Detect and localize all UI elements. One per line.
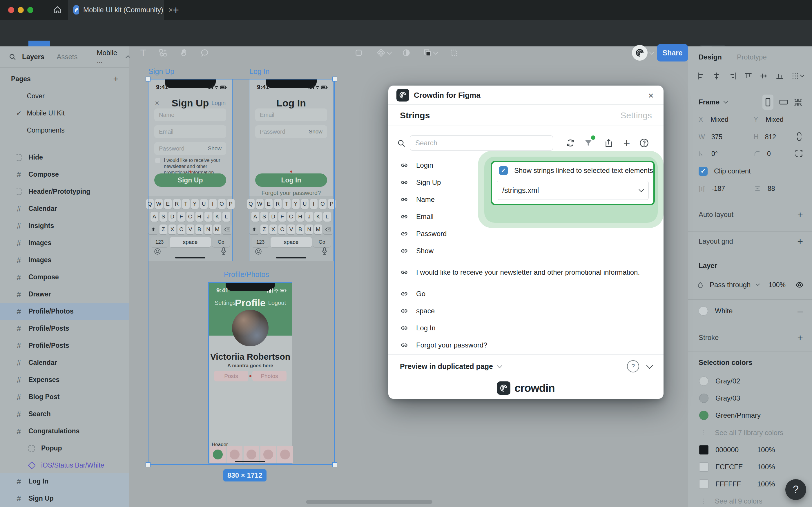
layer-row[interactable]: # Log In bbox=[0, 473, 129, 490]
layer-row[interactable]: # Calendar bbox=[0, 200, 129, 217]
shrink-to-fit-icon[interactable] bbox=[794, 98, 802, 107]
photo-thumbnail[interactable] bbox=[227, 446, 242, 463]
see-library-colors-link[interactable]: See all 7 library colors bbox=[715, 429, 783, 437]
independent-corners-icon[interactable] bbox=[795, 149, 803, 157]
key[interactable]: H bbox=[195, 212, 203, 222]
add-layout-grid-button[interactable]: + bbox=[797, 236, 803, 247]
key[interactable]: S bbox=[260, 212, 268, 222]
numbers-key[interactable]: 123 bbox=[151, 237, 168, 247]
horizontal-spacing-value[interactable]: -187 bbox=[712, 185, 725, 192]
key[interactable]: F bbox=[278, 212, 286, 222]
vertical-spacing-value[interactable]: 88 bbox=[768, 185, 775, 192]
frame-preset-label[interactable]: Frame bbox=[699, 98, 719, 106]
tidy-up-icon[interactable] bbox=[792, 72, 804, 80]
color-swatch[interactable] bbox=[699, 394, 708, 403]
log-in-button[interactable]: Log In bbox=[255, 173, 327, 187]
add-stroke-button[interactable]: + bbox=[797, 332, 803, 343]
key[interactable]: I bbox=[209, 199, 217, 209]
key[interactable]: L bbox=[323, 212, 331, 222]
key[interactable]: T bbox=[182, 199, 190, 209]
key[interactable]: Q bbox=[247, 199, 254, 209]
preview-help-icon[interactable]: ? bbox=[627, 360, 639, 373]
key[interactable]: C bbox=[278, 225, 286, 234]
string-row[interactable]: Show bbox=[388, 242, 663, 259]
newsletter-consent[interactable]: I would like to receive your newsletter … bbox=[155, 157, 228, 175]
key[interactable]: N bbox=[205, 225, 212, 234]
key[interactable]: O bbox=[319, 199, 327, 209]
email-field[interactable]: Email bbox=[154, 125, 226, 138]
key[interactable]: K bbox=[214, 212, 221, 222]
horizontal-scrollbar[interactable] bbox=[306, 500, 432, 504]
tab-posts[interactable]: Posts bbox=[214, 371, 248, 381]
layer-row[interactable]: # Profile/Photos bbox=[0, 303, 129, 320]
show-password-link[interactable]: Show bbox=[208, 145, 222, 152]
frame-label-log-in[interactable]: Log In bbox=[249, 67, 270, 76]
layer-row[interactable]: # Search bbox=[0, 405, 129, 422]
key[interactable]: E bbox=[265, 199, 273, 209]
selection-color-row[interactable]: 000000 100% bbox=[688, 441, 812, 458]
profile-mantra[interactable]: A mantra goes here bbox=[209, 363, 292, 369]
space-key[interactable]: space bbox=[271, 237, 312, 247]
shift-key[interactable] bbox=[249, 225, 259, 234]
opacity-value[interactable]: 100% bbox=[768, 281, 786, 289]
close-dialog-icon[interactable]: × bbox=[648, 90, 654, 101]
key[interactable]: Q bbox=[146, 199, 154, 209]
dictation-key[interactable] bbox=[220, 247, 227, 255]
layer-row[interactable]: # Profile/Posts bbox=[0, 320, 129, 337]
layer-row[interactable]: # Images bbox=[0, 251, 129, 269]
key[interactable]: T bbox=[283, 199, 291, 209]
y-value[interactable]: Mixed bbox=[766, 116, 783, 123]
layer-row[interactable]: # Blog Post bbox=[0, 388, 129, 405]
key[interactable]: K bbox=[314, 212, 322, 222]
corner-radius-value[interactable]: 0 bbox=[767, 150, 771, 158]
selection-color-row[interactable]: FCFCFE 100% bbox=[688, 458, 812, 475]
color-swatch[interactable] bbox=[699, 445, 708, 454]
tab-photos[interactable]: Photos bbox=[252, 371, 287, 381]
key[interactable]: Y bbox=[292, 199, 300, 209]
color-swatch[interactable] bbox=[699, 411, 708, 420]
file-select[interactable]: /strings.xml bbox=[497, 181, 649, 200]
key[interactable]: R bbox=[274, 199, 282, 209]
log-in-frame[interactable]: 9:41 Log In Email Password Show Log In F… bbox=[249, 79, 334, 261]
close-window-button[interactable] bbox=[8, 7, 14, 13]
sign-up-button[interactable]: Sign Up bbox=[154, 173, 226, 187]
layer-row[interactable]: # Insights bbox=[0, 217, 129, 234]
layer-row[interactable]: # Profile/Posts bbox=[0, 337, 129, 354]
refresh-icon[interactable] bbox=[563, 135, 578, 151]
key[interactable]: Z bbox=[260, 225, 268, 234]
name-field[interactable]: Name bbox=[154, 109, 226, 121]
layer-row[interactable]: # Images bbox=[0, 234, 129, 251]
search-input[interactable] bbox=[410, 135, 553, 151]
add-auto-layout-button[interactable]: + bbox=[797, 209, 803, 220]
emoji-key[interactable] bbox=[254, 248, 262, 255]
key[interactable]: D bbox=[169, 212, 176, 222]
key[interactable]: M bbox=[314, 225, 322, 234]
key[interactable]: B bbox=[296, 225, 304, 234]
dictation-key[interactable] bbox=[321, 247, 328, 255]
key[interactable]: N bbox=[305, 225, 313, 234]
layer-row[interactable]: # Drawer bbox=[0, 286, 129, 303]
tab-prototype[interactable]: Prototype bbox=[737, 53, 767, 61]
remove-fill-button[interactable]: – bbox=[798, 305, 803, 317]
password-field[interactable]: Password Show bbox=[154, 142, 226, 155]
string-row[interactable]: Forgot your password? bbox=[388, 336, 663, 353]
key[interactable]: P bbox=[328, 199, 336, 209]
filter-icon[interactable] bbox=[581, 135, 596, 151]
search-icon[interactable] bbox=[9, 53, 16, 61]
visibility-eye-icon[interactable] bbox=[796, 281, 804, 289]
sign-up-frame[interactable]: 9:41 × Sign Up Login Name Email Password… bbox=[148, 79, 233, 261]
key[interactable]: V bbox=[287, 225, 295, 234]
align-horizontal-center-icon[interactable] bbox=[712, 72, 721, 80]
key[interactable]: O bbox=[218, 199, 226, 209]
backspace-key[interactable] bbox=[222, 225, 232, 234]
login-link[interactable]: Login bbox=[212, 100, 226, 106]
blend-mode-value[interactable]: Pass through bbox=[710, 281, 751, 289]
page-row[interactable]: ✓ Components bbox=[0, 122, 129, 139]
add-page-button[interactable]: + bbox=[113, 74, 119, 84]
shift-key[interactable] bbox=[149, 225, 158, 234]
layer-row[interactable]: # iOS/Status Bar/White bbox=[0, 457, 129, 474]
key[interactable]: U bbox=[301, 199, 308, 209]
numbers-key[interactable]: 123 bbox=[252, 237, 269, 247]
key[interactable]: W bbox=[155, 199, 163, 209]
selection-handle[interactable] bbox=[332, 462, 337, 467]
